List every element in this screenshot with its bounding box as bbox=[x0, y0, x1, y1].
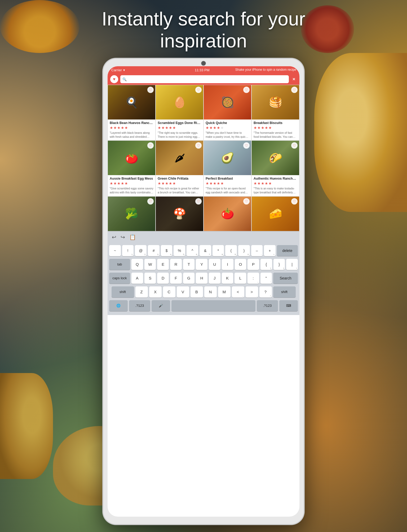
key-lt[interactable]: <, bbox=[232, 286, 244, 298]
recipe-image: 🥦 ♡ bbox=[108, 197, 155, 231]
redo-icon[interactable]: ↪ bbox=[121, 234, 125, 240]
star-full: ★ bbox=[161, 181, 165, 185]
key-k[interactable]: K bbox=[222, 273, 233, 284]
favorite-button[interactable]: ♡ bbox=[243, 198, 250, 205]
mic-key[interactable]: 🎤 bbox=[152, 300, 170, 311]
key-g[interactable]: G bbox=[183, 273, 195, 284]
favorite-button[interactable]: ♡ bbox=[147, 87, 154, 93]
key-plus[interactable]: += bbox=[264, 245, 276, 256]
space-key[interactable] bbox=[171, 300, 255, 311]
toast-notification: Shake your iPhone to spin a random recip… bbox=[232, 66, 299, 73]
undo-icon[interactable]: ↩ bbox=[112, 234, 116, 240]
key-u[interactable]: U bbox=[209, 259, 220, 270]
key-at[interactable]: @2 bbox=[135, 245, 147, 256]
key-rbrace[interactable]: }] bbox=[273, 259, 285, 270]
key-tilde[interactable]: ~` bbox=[109, 245, 121, 256]
recipe-card[interactable]: 🥞 ♡ Breakfast Biscuits ★★★★★ "The homema… bbox=[251, 85, 299, 140]
recipe-description: "The homemade version of fast food break… bbox=[254, 131, 297, 139]
favorite-button[interactable]: ♡ bbox=[195, 198, 202, 205]
key-pipe[interactable]: |\ bbox=[286, 259, 298, 270]
key-q[interactable]: Q bbox=[131, 259, 143, 270]
dot123-left-key[interactable]: .?123 bbox=[129, 300, 150, 311]
key-p[interactable]: P bbox=[247, 259, 259, 270]
star-half: ★ bbox=[172, 181, 176, 185]
key-hash[interactable]: #3 bbox=[148, 245, 160, 256]
key-o[interactable]: O bbox=[235, 259, 246, 270]
key-gt[interactable]: >. bbox=[246, 286, 258, 298]
key-star[interactable]: *8 bbox=[213, 245, 224, 256]
key-lbrace[interactable]: {[ bbox=[260, 259, 272, 270]
key-rparen[interactable]: )0 bbox=[238, 245, 250, 256]
keyboard-key[interactable]: ⌨ bbox=[279, 300, 298, 311]
key-s[interactable]: S bbox=[144, 273, 156, 284]
shift-right-key[interactable]: shift bbox=[273, 286, 296, 298]
search-key[interactable]: Search bbox=[273, 273, 298, 284]
favorites-button[interactable]: ♥ bbox=[110, 75, 118, 83]
key-f[interactable]: F bbox=[170, 273, 182, 284]
key-n[interactable]: N bbox=[204, 286, 217, 298]
key-l[interactable]: L bbox=[235, 273, 246, 284]
shift-left-key[interactable]: shift bbox=[112, 286, 134, 298]
recipe-description: "Layered with black beans along with fre… bbox=[110, 131, 153, 139]
key-h[interactable]: H bbox=[196, 273, 207, 284]
key-b[interactable]: B bbox=[191, 286, 203, 298]
key-c[interactable]: C bbox=[163, 286, 175, 298]
recipe-card[interactable]: 🥘 ♡ Quick Quiche ★★★★★ "When you don't h… bbox=[204, 85, 251, 140]
key-caret[interactable]: ^6 bbox=[187, 245, 198, 256]
key-w[interactable]: W bbox=[144, 259, 156, 270]
recipe-stars: ★★★★★ bbox=[206, 181, 249, 185]
key-d[interactable]: D bbox=[157, 273, 169, 284]
key-dollar[interactable]: $4 bbox=[161, 245, 172, 256]
tab-key[interactable]: tab bbox=[109, 259, 130, 270]
search-icon: 🔍 bbox=[122, 77, 127, 81]
recipe-title: Quick Quiche bbox=[206, 121, 249, 125]
clear-button[interactable]: ✕ bbox=[291, 76, 297, 82]
recipe-stars: ★★★★★ bbox=[110, 126, 153, 130]
decor-biscuit-right bbox=[314, 53, 407, 212]
key-z[interactable]: Z bbox=[135, 286, 148, 298]
recipe-card[interactable]: 🍳 ♡ Black Bean Huevos Rancheros ★★★★★ "L… bbox=[108, 85, 156, 140]
delete-key[interactable]: delete bbox=[277, 245, 298, 256]
key-y[interactable]: Y bbox=[196, 259, 207, 270]
recipe-card[interactable]: 🍅 ♡ bbox=[204, 196, 251, 231]
key-a[interactable]: A bbox=[131, 273, 143, 284]
favorite-button[interactable]: ♡ bbox=[291, 198, 298, 205]
key-m[interactable]: M bbox=[218, 286, 231, 298]
recipe-card[interactable]: 🌶 ♡ Green Chile Frittata ★★★★★ "This ric… bbox=[156, 140, 204, 196]
recipe-card[interactable]: 🥦 ♡ bbox=[108, 196, 156, 231]
key-t[interactable]: T bbox=[183, 259, 195, 270]
key-lparen[interactable]: (9 bbox=[225, 245, 237, 256]
recipe-image: 🍳 ♡ bbox=[108, 85, 155, 119]
key-amp[interactable]: &7 bbox=[200, 245, 211, 256]
favorite-button[interactable]: ♡ bbox=[147, 198, 154, 205]
favorite-button[interactable]: ♡ bbox=[291, 87, 298, 93]
favorite-button[interactable]: ♡ bbox=[195, 87, 202, 93]
key-percent[interactable]: %5 bbox=[174, 245, 185, 256]
caps-lock-key[interactable]: caps lock bbox=[109, 273, 130, 284]
key-x[interactable]: X bbox=[149, 286, 162, 298]
dot123-right-key[interactable]: .?123 bbox=[257, 300, 278, 311]
key-colon[interactable]: :; bbox=[247, 273, 259, 284]
recipe-card[interactable]: 🍅 ♡ Aussie Breakfast Egg Mess ★★★★★ "Giv… bbox=[108, 140, 156, 196]
recipe-image: 🍄 ♡ bbox=[156, 197, 203, 231]
key-e[interactable]: E bbox=[157, 259, 169, 270]
recipe-card[interactable]: 🌮 ♡ Authentic Huevos Rancheros ★★★★★ "Th… bbox=[251, 140, 299, 196]
key-j[interactable]: J bbox=[209, 273, 220, 284]
recipe-card[interactable]: 🧀 ♡ bbox=[251, 196, 299, 231]
key-quote[interactable]: "' bbox=[260, 273, 272, 284]
key-r[interactable]: R bbox=[170, 259, 182, 270]
recipe-title: Black Bean Huevos Rancheros bbox=[110, 121, 153, 125]
recipe-card[interactable]: 🍄 ♡ bbox=[156, 196, 204, 231]
key-dash[interactable]: –- bbox=[251, 245, 263, 256]
globe-key[interactable]: 🌐 bbox=[109, 300, 128, 311]
key-excl[interactable]: !1 bbox=[122, 245, 134, 256]
ipad-camera bbox=[202, 61, 205, 65]
key-question[interactable]: ?/ bbox=[259, 286, 272, 298]
recipe-card[interactable]: 🥚 ♡ Scrambled Eggs Done Right ★★★★★ "The… bbox=[156, 85, 204, 140]
key-v[interactable]: V bbox=[177, 286, 189, 298]
key-i[interactable]: I bbox=[222, 259, 233, 270]
recipe-card[interactable]: 🥑 ♡ Perfect Breakfast ★★★★★ "This recipe… bbox=[204, 140, 251, 196]
clipboard-icon[interactable]: 📋 bbox=[129, 234, 136, 240]
search-input-wrap[interactable]: 🔍 bbox=[120, 75, 289, 83]
favorite-button[interactable]: ♡ bbox=[243, 87, 250, 93]
